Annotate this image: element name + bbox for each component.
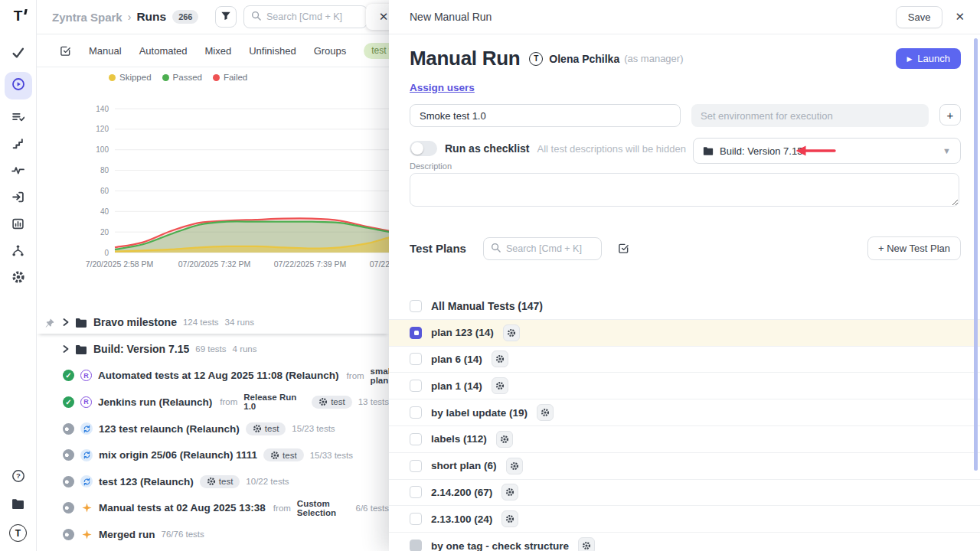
plan-settings-button[interactable] bbox=[578, 537, 595, 551]
new-test-plan-button[interactable]: + New Test Plan bbox=[867, 236, 961, 260]
run-name-input[interactable] bbox=[410, 104, 681, 127]
legend-item-failed[interactable]: Failed bbox=[213, 73, 247, 82]
bulk-select-icon[interactable] bbox=[60, 45, 71, 57]
description-textarea[interactable] bbox=[410, 173, 959, 207]
plan-checkbox[interactable] bbox=[410, 353, 422, 365]
legend-item-skipped[interactable]: Skipped bbox=[109, 73, 152, 82]
chevron-right-icon[interactable] bbox=[63, 345, 69, 353]
tab-mixed[interactable]: Mixed bbox=[205, 45, 232, 57]
plan-checkbox[interactable] bbox=[410, 433, 422, 445]
run-row[interactable]: Merged run76/76 tests bbox=[37, 521, 389, 548]
test-plan-row[interactable]: plan 6 (14) bbox=[389, 347, 980, 373]
plan-checkbox[interactable] bbox=[410, 540, 422, 551]
sidebar-item-settings[interactable] bbox=[5, 270, 32, 287]
plan-settings-button[interactable] bbox=[492, 377, 508, 394]
from-plan-name[interactable]: Custom Selection bbox=[297, 499, 350, 517]
test-plan-row[interactable]: 2.14.200 (67) bbox=[389, 480, 980, 507]
plan-name[interactable]: plan 6 (14) bbox=[431, 354, 482, 365]
plan-checkbox[interactable] bbox=[410, 406, 422, 419]
plan-name[interactable]: labels (112) bbox=[431, 433, 487, 445]
test-plan-row[interactable]: All Manual Tests (147) bbox=[389, 293, 980, 320]
plan-settings-button[interactable] bbox=[501, 484, 518, 500]
run-tag[interactable]: test bbox=[312, 396, 352, 409]
plan-name[interactable]: plan 123 (14) bbox=[431, 327, 494, 338]
environment-input[interactable] bbox=[691, 104, 929, 127]
sidebar-item-milestones[interactable] bbox=[5, 136, 32, 153]
runs-count-badge: 266 bbox=[172, 10, 198, 24]
test-plan-row[interactable]: labels (112) bbox=[389, 426, 980, 453]
plan-checkbox[interactable] bbox=[410, 513, 422, 525]
plan-settings-button[interactable] bbox=[496, 431, 513, 448]
legend-item-passed[interactable]: Passed bbox=[162, 73, 202, 82]
sidebar-item-branches[interactable] bbox=[5, 243, 32, 260]
run-row[interactable]: 123 test relaunch (Relaunch)test15/23 te… bbox=[37, 416, 389, 442]
test-plan-row[interactable]: 2.13.100 (24) bbox=[389, 506, 980, 533]
sidebar-item-help[interactable]: ? bbox=[5, 469, 32, 486]
app-logo[interactable]: T bbox=[14, 7, 23, 25]
plan-name[interactable]: 2.13.100 (24) bbox=[431, 514, 492, 525]
assign-users-link[interactable]: Assign users bbox=[410, 82, 475, 93]
tab-groups[interactable]: Groups bbox=[314, 45, 347, 57]
plan-settings-button[interactable] bbox=[492, 350, 508, 367]
sidebar-item-reports[interactable] bbox=[5, 217, 32, 233]
bulk-select-icon[interactable] bbox=[618, 243, 629, 254]
sidebar-item-projects[interactable] bbox=[5, 497, 32, 514]
runs-search-input[interactable] bbox=[266, 11, 360, 22]
run-row[interactable]: ✓RAutomated tests at 12 Aug 2025 11:08 (… bbox=[37, 363, 389, 390]
plan-checkbox[interactable] bbox=[410, 327, 422, 339]
plan-checkbox[interactable] bbox=[410, 460, 422, 472]
sidebar-item-tests[interactable] bbox=[5, 45, 32, 62]
plan-settings-button[interactable] bbox=[503, 324, 520, 341]
run-row[interactable]: Manual tests at 02 Aug 2025 13:38fromCus… bbox=[37, 495, 389, 522]
test-plan-row[interactable]: plan 1 (14) bbox=[389, 373, 980, 399]
run-as-checklist-toggle[interactable] bbox=[410, 141, 437, 156]
plan-checkbox[interactable] bbox=[410, 380, 422, 392]
test-plan-row[interactable]: by one tag - check structure bbox=[389, 533, 980, 551]
checklist-hint: All test descriptions will be hidden bbox=[537, 143, 686, 155]
tab-unfinished[interactable]: Unfinished bbox=[249, 45, 296, 57]
run-tag[interactable]: test bbox=[263, 448, 304, 461]
test-plan-row[interactable]: plan 123 (14) bbox=[389, 320, 980, 347]
plan-name[interactable]: short plan (6) bbox=[431, 460, 497, 471]
tab-manual[interactable]: Manual bbox=[89, 45, 122, 57]
save-button[interactable]: Save bbox=[896, 6, 943, 28]
run-row[interactable]: test 123 (Relaunch)test10/22 tests bbox=[37, 468, 389, 495]
sidebar-item-pulls[interactable] bbox=[5, 190, 32, 207]
launch-button[interactable]: ▶Launch bbox=[896, 48, 961, 69]
run-tag[interactable]: test bbox=[246, 422, 286, 435]
plan-name[interactable]: All Manual Tests (147) bbox=[431, 300, 543, 312]
plan-settings-button[interactable] bbox=[537, 404, 554, 421]
plan-name[interactable]: plan 1 (14) bbox=[431, 380, 482, 392]
runs-search[interactable] bbox=[243, 5, 368, 28]
test-plans-search[interactable] bbox=[483, 237, 602, 260]
breadcrumb-project[interactable]: Zyntra Spark bbox=[52, 11, 122, 24]
plan-settings-button[interactable] bbox=[506, 458, 523, 474]
plan-checkbox[interactable] bbox=[410, 486, 422, 498]
from-plan-name[interactable]: Release Run 1.0 bbox=[243, 393, 305, 411]
plan-settings-button[interactable] bbox=[501, 510, 518, 527]
run-group-row[interactable]: Build: Version 7.1569 tests4 runs bbox=[37, 336, 389, 363]
test-plan-row[interactable]: short plan (6) bbox=[389, 453, 980, 480]
chevron-right-icon[interactable] bbox=[63, 318, 69, 326]
account-avatar[interactable]: T bbox=[9, 524, 27, 542]
filter-button[interactable] bbox=[215, 6, 237, 28]
sidebar-item-runs[interactable] bbox=[5, 72, 32, 99]
plan-name[interactable]: by label update (19) bbox=[431, 407, 528, 419]
plan-name[interactable]: 2.14.200 (67) bbox=[431, 487, 492, 498]
tab-automated[interactable]: Automated bbox=[139, 45, 188, 57]
test-plans-search-input[interactable] bbox=[506, 243, 594, 254]
sidebar-item-analytics[interactable] bbox=[5, 163, 32, 180]
plan-checkbox[interactable] bbox=[410, 300, 422, 312]
build-select-dropdown[interactable]: Build: Version 7.15 ▼ bbox=[693, 138, 961, 164]
close-icon[interactable]: ✕ bbox=[955, 10, 965, 24]
modal-scrollbar[interactable] bbox=[974, 38, 978, 471]
run-row[interactable]: ✓RJenkins run (Relaunch)fromRelease Run … bbox=[37, 389, 389, 416]
run-tag[interactable]: test bbox=[200, 475, 240, 488]
add-environment-button[interactable]: + bbox=[939, 104, 961, 126]
owner-avatar[interactable]: T bbox=[529, 52, 543, 66]
test-plan-row[interactable]: by label update (19) bbox=[389, 399, 980, 426]
sidebar-item-plans[interactable] bbox=[5, 109, 32, 126]
plan-name[interactable]: by one tag - check structure bbox=[431, 540, 569, 551]
run-row[interactable]: mix origin 25/06 (Relaunch) 1111test15/3… bbox=[37, 442, 389, 468]
run-group-row[interactable]: Bravo milestone124 tests34 runs bbox=[37, 311, 389, 334]
